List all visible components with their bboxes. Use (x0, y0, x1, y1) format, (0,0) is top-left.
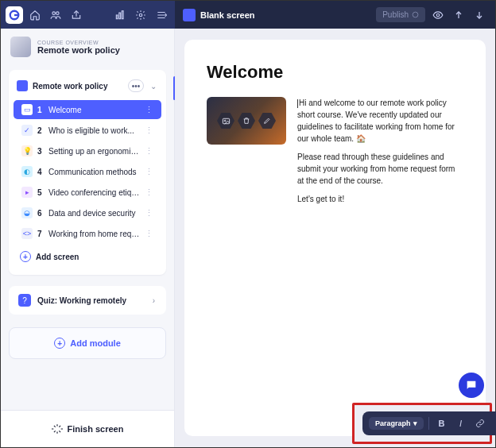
screen-options-icon[interactable]: ⋮ (145, 126, 153, 136)
move-down-icon[interactable] (471, 7, 487, 23)
analytics-icon[interactable] (111, 6, 129, 24)
paragraph-1[interactable]: Hi and welcome to our remote work policy… (297, 98, 455, 143)
settings-icon[interactable] (132, 6, 149, 24)
svg-point-11 (224, 120, 226, 122)
svg-rect-6 (122, 10, 123, 18)
publish-button[interactable]: Publish (376, 7, 425, 22)
screen-options-icon[interactable]: ⋮ (145, 167, 153, 177)
screen-number: 7 (37, 230, 44, 238)
image-delete-icon[interactable] (238, 112, 255, 129)
screen-number: 3 (37, 147, 44, 156)
publish-label: Publish (382, 10, 409, 19)
users-icon[interactable] (47, 6, 64, 24)
text-toolbar-highlight: Paragraph ▾ B I ••• (352, 403, 492, 444)
quiz-icon: ? (18, 294, 31, 307)
screen-number: 1 (37, 106, 44, 114)
svg-rect-4 (116, 15, 118, 19)
screen-item-6[interactable]: ◒ 6 Data and device security ⋮ (14, 203, 161, 222)
add-module-label: Add module (70, 338, 121, 348)
finish-screen-label: Finish screen (68, 424, 124, 434)
screen-options-icon[interactable]: ⋮ (145, 146, 153, 156)
bulb-icon: 💡 (21, 145, 33, 156)
plus-icon: + (20, 251, 31, 262)
course-header[interactable]: COURSE OVERVIEW Remote work policy (1, 29, 174, 65)
current-screen-chip: Blank screen (183, 9, 254, 21)
svg-point-9 (436, 14, 440, 17)
video-icon: ▸ (21, 187, 33, 198)
module-header[interactable]: Remote work policy ••• ⌄ (9, 75, 166, 98)
add-screen-button[interactable]: + Add screen (9, 245, 166, 268)
screen-label: Welcome (48, 106, 140, 114)
screen-label: Video conferencing etiquette (48, 188, 140, 197)
module-card: Remote work policy ••• ⌄ ▭ 1 Welcome ⋮ ✓… (9, 70, 166, 275)
screen-number: 4 (37, 168, 44, 176)
sparkle-icon (52, 423, 63, 434)
chevron-right-icon: › (151, 296, 157, 305)
color-button[interactable] (491, 415, 496, 431)
screen-item-5[interactable]: ▸ 5 Video conferencing etiquette ⋮ (14, 183, 161, 202)
module-options-button[interactable]: ••• (128, 79, 144, 92)
screen-label: Who is eligible to work... (48, 126, 140, 135)
image-replace-icon[interactable] (217, 112, 234, 129)
add-module-button[interactable]: + Add module (9, 327, 166, 359)
module-title: Remote work policy (33, 82, 123, 91)
move-up-icon[interactable] (451, 7, 467, 23)
page-heading[interactable]: Welcome (207, 62, 463, 83)
bold-button[interactable]: B (434, 415, 450, 431)
paragraph-2[interactable]: Please read through these guidelines and… (297, 151, 463, 187)
screen-number: 6 (37, 209, 44, 218)
blank-screen-icon: ▭ (21, 104, 33, 115)
content-image[interactable] (207, 97, 286, 145)
screen-number: 2 (37, 126, 44, 135)
finish-screen-button[interactable]: Finish screen (1, 410, 174, 447)
image-edit-icon[interactable] (258, 112, 276, 129)
module-icon (17, 80, 28, 91)
screen-item-2[interactable]: ✓ 2 Who is eligible to work... ⋮ (14, 121, 161, 140)
screen-item-4[interactable]: ◐ 4 Communication methods ⋮ (14, 162, 161, 181)
screen-options-icon[interactable]: ⋮ (145, 187, 153, 198)
home-icon[interactable] (26, 6, 44, 24)
chevron-down-icon[interactable]: ⌄ (149, 82, 158, 91)
course-overview-label: COURSE OVERVIEW (37, 40, 120, 45)
security-icon: ◒ (21, 207, 33, 218)
course-thumbnail (10, 37, 31, 57)
paragraph-style-select[interactable]: Paragraph ▾ (369, 417, 424, 430)
course-title: Remote work policy (37, 45, 120, 55)
link-button[interactable] (472, 415, 488, 431)
svg-rect-5 (119, 13, 121, 19)
svg-point-2 (52, 11, 56, 14)
process-icon: ◐ (21, 166, 33, 177)
quiz-title: Quiz: Working remotely (37, 296, 145, 305)
screen-item-7[interactable]: <> 7 Working from home request... ⋮ (14, 224, 161, 243)
screen-item-1[interactable]: ▭ 1 Welcome ⋮ (14, 100, 161, 119)
collapse-sidebar-icon[interactable] (153, 6, 170, 24)
screen-options-icon[interactable]: ⋮ (145, 208, 153, 218)
quiz-card[interactable]: ? Quiz: Working remotely › (9, 286, 166, 315)
checklist-icon: ✓ (21, 125, 33, 136)
help-chat-button[interactable] (459, 373, 484, 398)
paragraph-3[interactable]: Let's get to it! (297, 193, 463, 205)
italic-button[interactable]: I (453, 415, 469, 431)
app-logo[interactable] (6, 6, 23, 24)
screen-options-icon[interactable]: ⋮ (145, 105, 153, 115)
content-text[interactable]: Hi and welcome to our remote work policy… (297, 97, 463, 211)
screen-options-icon[interactable]: ⋮ (145, 229, 153, 239)
svg-point-8 (413, 12, 418, 17)
embed-icon: <> (21, 228, 33, 239)
add-screen-label: Add screen (36, 253, 79, 261)
text-toolbar: Paragraph ▾ B I ••• (362, 411, 496, 435)
screen-label: Setting up an ergonomic... (48, 147, 140, 156)
screen-label: Working from home request... (48, 230, 140, 238)
screen-number: 5 (37, 188, 44, 197)
screen-label: Data and device security (48, 209, 140, 218)
plus-icon: + (54, 338, 65, 349)
current-screen-label: Blank screen (200, 10, 254, 20)
svg-point-3 (56, 11, 60, 14)
share-icon[interactable] (68, 6, 85, 24)
preview-icon[interactable] (430, 7, 446, 23)
svg-point-7 (139, 14, 142, 17)
screen-item-3[interactable]: 💡 3 Setting up an ergonomic... ⋮ (14, 141, 161, 160)
paragraph-style-label: Paragraph (375, 419, 411, 427)
editor-canvas[interactable]: Welcome Hi (184, 40, 486, 436)
screen-label: Communication methods (48, 168, 140, 176)
